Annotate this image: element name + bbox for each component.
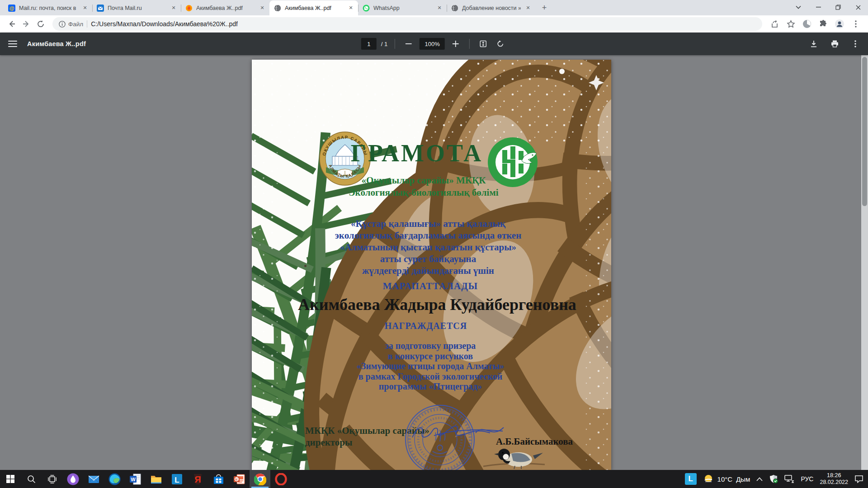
certificate-title: ГРАМОТА [344,139,489,167]
back-icon[interactable] [5,17,19,31]
ru-line: программы «Птицеград» [252,381,609,392]
page-info-icon[interactable]: Файл [59,21,83,28]
chickadee-bird-photo [483,447,545,470]
ru-line: в конкурсе рисунков [252,351,609,361]
pdf-menu-kebab-icon[interactable] [849,38,862,50]
word-icon: W [129,473,142,485]
kk-line: атты сурет байқауына [252,253,604,265]
task-view-button[interactable] [42,470,62,488]
windows-logo-icon [6,475,14,483]
reload-icon[interactable] [33,17,48,31]
sun-weather-icon [703,474,714,484]
close-icon[interactable]: ✕ [170,5,177,12]
tab-pdf-1[interactable]: Акимбаева Ж..pdf ✕ [181,0,269,15]
browser-menu-kebab-icon[interactable] [851,19,861,29]
task-view-icon [48,475,57,483]
taskbar-app-atom-browser[interactable] [62,470,83,488]
ru-line: за подготовку призера [252,341,609,351]
taskbar-app-presentation[interactable] [229,470,250,488]
award-word-russian: НАГРАЖДАЕТСЯ [252,321,600,331]
download-icon[interactable] [807,38,820,50]
new-tab-button[interactable]: + [538,1,551,14]
taskbar-app-edge[interactable] [104,470,125,488]
mailru-at-icon: @ [8,5,15,12]
presentation-icon [233,473,245,485]
taskbar-app-microsoft-store[interactable] [208,470,229,488]
forward-icon[interactable] [19,17,33,31]
taskbar-search-button[interactable] [21,470,42,488]
network-icon[interactable] [784,475,794,483]
extensions-puzzle-icon[interactable] [818,19,828,29]
recipient-name: Акимбаева Жадыра Кудайбергеновна [252,295,611,314]
tab-news-admin[interactable]: Добавление новости » КГУ «Об ✕ [447,0,535,15]
mail-envelope-icon [88,473,100,485]
scrollbar-thumb[interactable] [862,57,867,206]
bookmark-star-icon[interactable] [786,19,796,29]
fit-page-icon[interactable] [477,38,490,50]
tab-title: Акимбаева Ж..pdf [285,5,344,11]
chrome-icon [254,473,266,485]
divider [469,39,470,49]
zoom-out-icon[interactable] [402,38,415,50]
tab-pdf-active[interactable]: Акимбаева Ж..pdf ✕ [269,0,358,15]
taskbar-app-word[interactable]: W [125,470,146,488]
windows-security-shield-icon[interactable] [769,474,778,483]
tab-pochta-mailru[interactable]: Почта Mail.ru ✕ [92,0,181,15]
tab-whatsapp[interactable]: WhatsApp ✕ [358,0,447,15]
taskbar-app-windows-mail[interactable] [83,470,104,488]
clock-widget[interactable]: 18:26 28.02.2022 [820,472,848,486]
temperature-label: 10°C [717,475,733,483]
share-icon[interactable] [769,19,779,29]
atom-browser-icon [67,473,79,485]
rotate-icon[interactable] [494,38,507,50]
weather-desc-label: Дым [736,475,750,483]
minimize-button[interactable] [808,0,828,14]
tab-search-chevron-icon[interactable] [788,0,808,14]
close-icon[interactable]: ✕ [347,5,354,12]
tab-mailru[interactable]: @ Mail.ru: почта, поиск в интернет ✕ [4,0,92,15]
certificate-page: ОҚУШЫЛАР САРАЙЫ АЛМАТЫ ҚАЛАСЫ ГРАМОТА «О… [252,60,611,470]
maximize-button[interactable] [828,0,848,14]
close-icon[interactable]: ✕ [259,5,266,12]
whatsapp-icon [363,5,370,12]
start-button[interactable] [0,470,21,488]
language-indicator[interactable]: РУС [801,475,813,483]
zoom-level-input[interactable]: 100% [420,38,445,50]
tray-l-app-icon[interactable]: L [685,473,697,485]
taskbar-app-l-program[interactable]: L [166,470,187,488]
taskbar-app-opera[interactable] [270,470,291,488]
globe-icon [274,5,281,12]
taskbar-app-chrome-active[interactable] [250,470,270,488]
globe-icon [451,5,458,12]
page-number-input[interactable]: 1 [361,38,377,50]
tray-chevron-up-icon[interactable] [756,477,763,481]
profile-avatar[interactable] [835,19,844,29]
flame-icon [185,5,193,12]
kk-line: «Құстар қалашығы» атты қалалық [252,218,604,230]
tab-title: WhatsApp [373,5,432,11]
date-label: 28.02.2022 [820,479,848,486]
divider [395,39,395,49]
close-icon[interactable]: ✕ [436,5,443,12]
yandex-icon: Я [192,473,204,485]
edge-icon [108,473,121,485]
menu-hamburger-icon[interactable] [8,41,17,47]
print-icon[interactable] [828,38,841,50]
action-center-icon[interactable] [854,475,863,483]
taskbar-app-file-explorer[interactable] [146,470,166,488]
page-total-label: / 1 [381,41,387,47]
envelope-icon [97,5,104,12]
store-bag-icon [212,473,225,485]
close-icon[interactable]: ✕ [524,5,532,12]
taskbar-app-yandex[interactable]: Я [187,470,208,488]
opera-icon [275,473,287,485]
close-window-button[interactable] [848,0,868,14]
pdf-scrollbar[interactable] [861,55,868,470]
url-bar[interactable]: Файл C:/Users/Махпал/Downloads/Акимбаева… [52,17,762,31]
extension-badge-icon[interactable] [802,19,812,29]
pdf-canvas: ОҚУШЫЛАР САРАЙЫ АЛМАТЫ ҚАЛАСЫ ГРАМОТА «О… [0,55,868,470]
weather-widget[interactable]: 10°C Дым [703,474,750,484]
close-icon[interactable]: ✕ [81,5,89,12]
zoom-in-icon[interactable] [449,38,462,50]
org-name-line: «Оқушылар сарайы» МКҚК [252,174,595,187]
